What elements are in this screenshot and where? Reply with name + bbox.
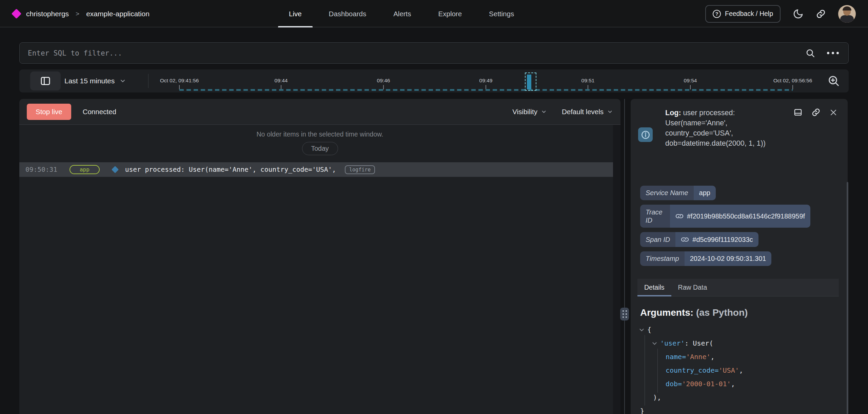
details-title: Log: user processed: User(name='Anne', c… <box>665 108 795 148</box>
timeline-selection-window[interactable] <box>525 73 536 91</box>
indent-guide <box>657 349 658 393</box>
field-service-name-label: Service Name <box>640 186 694 200</box>
code-line: country_code='USA', <box>640 364 838 377</box>
service-name-badge[interactable]: app <box>70 165 100 174</box>
span-link-icon <box>679 234 691 245</box>
span-details-panel: Log: user processed: User(name='Anne', c… <box>631 99 848 414</box>
nav-tab-explore[interactable]: Explore <box>438 0 462 27</box>
sql-filter-input[interactable]: Enter SQL to filter... <box>19 42 849 64</box>
avatar-body <box>840 15 854 23</box>
zoom-in-icon[interactable] <box>827 74 841 88</box>
field-span-id-value-wrap[interactable]: #d5c996f11192033c <box>675 232 758 247</box>
field-span-id: Span ID #d5c996f11192033c <box>640 232 758 247</box>
panel-resize-handle[interactable] <box>620 308 629 320</box>
nav-tab-dashboards[interactable]: Dashboards <box>329 0 367 27</box>
main-nav-tabs: Live Dashboards Alerts Explore Settings <box>289 0 514 27</box>
visibility-label: Visibility <box>512 108 537 116</box>
log-list: No older items in the selected time wind… <box>19 125 620 414</box>
live-panel-header: Stop live Connected Visibility Default l… <box>19 99 620 125</box>
time-range-dropdown[interactable]: Last 15 minutes <box>64 69 126 92</box>
logfire-logo-icon[interactable] <box>12 9 22 19</box>
visibility-dropdown[interactable]: Visibility <box>512 108 547 116</box>
field-timestamp: Timestamp 2024-10-02 09:50:31.301 <box>640 251 771 266</box>
log-row-timestamp: 09:50:31 <box>25 166 57 173</box>
tab-details[interactable]: Details <box>637 279 671 296</box>
arguments-subtitle: (as Python) <box>693 307 748 318</box>
field-span-id-label: Span ID <box>640 232 675 247</box>
live-view-panel: Stop live Connected Visibility Default l… <box>19 99 620 414</box>
nav-tab-live[interactable]: Live <box>289 0 302 27</box>
arguments-heading: Arguments: (as Python) <box>640 307 838 318</box>
field-trace-id-value: #f2019b98b550cd8a61546c2f9188959f <box>687 212 805 220</box>
empty-window-message: No older items in the selected time wind… <box>19 130 620 138</box>
arguments-python-tree: { 'user': User( name='Anne', country_cod… <box>640 323 838 414</box>
timeline-activity-line[interactable] <box>179 89 793 91</box>
field-timestamp-value: 2024-10-02 09:50:31.301 <box>685 251 772 266</box>
sql-filter-placeholder: Enter SQL to filter... <box>20 49 805 57</box>
search-icon[interactable] <box>805 48 815 58</box>
nav-tab-settings[interactable]: Settings <box>489 0 514 27</box>
details-header: Log: user processed: User(name='Anne', c… <box>640 108 838 162</box>
field-trace-id: Trace ID #f2019b98b550cd8a61546c2f918895… <box>640 205 810 228</box>
breadcrumb: christophergs > example-application <box>13 0 150 27</box>
timeline-divider <box>148 74 149 88</box>
details-title-kind: Log: <box>665 109 681 117</box>
stop-live-button[interactable]: Stop live <box>27 104 71 120</box>
today-button[interactable]: Today <box>302 142 338 155</box>
breadcrumb-separator: > <box>76 10 79 18</box>
avatar-hair <box>843 6 851 11</box>
details-fields: Service Name app Trace ID #f2019b98b550c… <box>640 186 838 266</box>
question-circle-icon: ? <box>713 10 721 18</box>
connection-status: Connected <box>83 108 116 116</box>
feedback-help-label: Feedback / Help <box>725 10 773 18</box>
info-level-icon <box>638 127 653 142</box>
breadcrumb-org[interactable]: christophergs <box>26 10 69 18</box>
nav-right-cluster: ? Feedback / Help <box>705 0 856 27</box>
field-trace-id-label: Trace ID <box>640 205 670 228</box>
code-line: 'user': User( <box>640 336 838 350</box>
indent-guide <box>645 335 645 406</box>
field-trace-id-value-wrap[interactable]: #f2019b98b550cd8a61546c2f9188959f <box>670 205 810 228</box>
field-service-name-value: app <box>694 186 716 200</box>
breadcrumb-project[interactable]: example-application <box>86 10 150 18</box>
arguments-title: Arguments: <box>640 307 693 318</box>
default-levels-label: Default levels <box>562 108 604 116</box>
timeline-activity-spike <box>527 75 531 89</box>
sidebar-toggle-button[interactable] <box>30 71 61 90</box>
log-list-scroll-gutter[interactable] <box>613 125 620 414</box>
nav-tab-alerts[interactable]: Alerts <box>393 0 411 27</box>
code-line: ), <box>640 391 838 404</box>
log-row[interactable]: 09:50:31 app user processed: User(name='… <box>19 162 613 177</box>
field-timestamp-label: Timestamp <box>640 251 685 266</box>
user-avatar[interactable] <box>838 5 856 23</box>
code-line: name='Anne', <box>640 350 838 364</box>
collapse-chevron-icon[interactable] <box>652 340 657 345</box>
field-service-name: Service Name app <box>640 186 716 200</box>
log-level-diamond-icon <box>112 166 119 173</box>
time-range-label: Last 15 minutes <box>64 77 115 85</box>
code-line: dob='2000-01-01', <box>640 377 838 391</box>
more-options-icon[interactable] <box>827 52 839 54</box>
details-tabstrip: Details Raw Data <box>637 279 839 296</box>
collapse-chevron-icon[interactable] <box>639 327 644 331</box>
code-line: } <box>640 404 838 414</box>
share-link-icon[interactable] <box>816 9 826 19</box>
default-levels-dropdown[interactable]: Default levels <box>562 108 613 116</box>
log-row-message: user processed: User(name='Anne', countr… <box>125 166 336 173</box>
field-span-id-value: #d5c996f11192033c <box>692 236 753 244</box>
top-nav: christophergs > example-application Live… <box>0 0 868 27</box>
feedback-help-button[interactable]: ? Feedback / Help <box>705 5 781 23</box>
details-scrollbar[interactable] <box>847 182 848 414</box>
trace-link-icon <box>674 210 685 222</box>
logfire-scope-badge[interactable]: logfire <box>345 165 375 174</box>
tab-raw-data[interactable]: Raw Data <box>671 279 714 296</box>
dark-mode-moon-icon[interactable] <box>793 8 804 19</box>
code-line: { <box>640 323 838 336</box>
panel-divider <box>624 99 625 414</box>
timeline-bar: Last 15 minutes Oct 02, 09:41:56 09:44 0… <box>19 69 849 92</box>
